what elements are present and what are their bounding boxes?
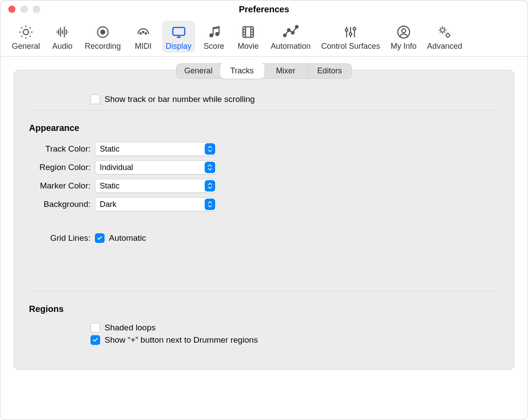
svg-point-4	[143, 32, 144, 33]
content-panel: General Tracks Mixer Editors Show track …	[14, 70, 514, 370]
updown-icon	[205, 143, 215, 155]
regions-heading: Regions	[29, 304, 499, 314]
svg-point-14	[291, 32, 294, 34]
toolbar-audio[interactable]: Audio	[47, 21, 78, 53]
background-value: Dark	[100, 200, 116, 209]
toolbar-control-surfaces[interactable]: Control Surfaces	[318, 21, 383, 53]
svg-rect-6	[173, 28, 184, 36]
toolbar-label: Display	[166, 42, 192, 51]
waveform-icon	[53, 23, 72, 41]
svg-point-21	[441, 28, 445, 32]
titlebar: Preferences	[0, 0, 528, 18]
divider	[29, 110, 499, 111]
track-color-label: Track Color:	[29, 144, 90, 154]
toolbar-automation[interactable]: Automation	[267, 21, 314, 53]
svg-point-17	[349, 33, 352, 36]
svg-point-13	[287, 29, 290, 32]
toolbar-label: My Info	[391, 42, 416, 51]
sliders-icon	[341, 23, 360, 41]
gears-icon	[435, 23, 454, 41]
svg-point-22	[446, 34, 450, 37]
svg-point-18	[353, 28, 356, 30]
show-track-number-label: Show track or bar number while scrolling	[105, 94, 255, 104]
region-color-select[interactable]: Individual	[95, 160, 217, 174]
track-color-value: Static	[100, 145, 119, 154]
drummer-plus-row: Show “+” button next to Drummer regions	[90, 335, 499, 345]
grid-lines-row: Grid Lines: Automatic	[29, 233, 499, 243]
marker-color-row: Marker Color: Static	[29, 179, 499, 193]
appearance-heading: Appearance	[29, 123, 499, 133]
svg-point-3	[140, 33, 141, 34]
updown-icon	[205, 180, 215, 192]
toolbar-general[interactable]: General	[8, 21, 43, 53]
marker-color-label: Marker Color:	[29, 181, 90, 191]
film-icon	[239, 23, 258, 41]
toolbar-label: Control Surfaces	[321, 42, 380, 51]
svg-point-0	[23, 29, 29, 35]
toolbar-label: Recording	[85, 42, 121, 51]
midi-icon	[134, 23, 153, 41]
toolbar-advanced[interactable]: Advanced	[423, 21, 466, 53]
toolbar-label: Audio	[52, 42, 72, 51]
grid-lines-value: Automatic	[109, 233, 146, 243]
toolbar-my-info[interactable]: My Info	[387, 21, 420, 53]
grid-lines-label: Grid Lines:	[29, 233, 90, 243]
track-color-select[interactable]: Static	[95, 142, 217, 156]
grid-lines-checkbox[interactable]	[95, 233, 105, 243]
toolbar-display[interactable]: Display	[162, 21, 195, 53]
toolbar-midi[interactable]: MIDI	[128, 21, 159, 53]
show-track-number-checkbox-row: Show track or bar number while scrolling	[90, 94, 499, 104]
updown-icon	[205, 199, 215, 210]
marker-color-value: Static	[100, 181, 119, 191]
toolbar-label: Automation	[271, 42, 311, 51]
toolbar-label: Score	[204, 42, 224, 51]
divider	[29, 291, 499, 292]
region-color-label: Region Color:	[29, 163, 90, 172]
display-icon	[169, 23, 188, 41]
shaded-loops-checkbox[interactable]	[90, 323, 100, 333]
toolbar-label: Movie	[238, 42, 259, 51]
updown-icon	[205, 162, 215, 173]
subtab-editors[interactable]: Editors	[308, 64, 351, 78]
person-icon	[394, 23, 413, 41]
svg-point-16	[345, 29, 348, 32]
marker-color-select[interactable]: Static	[95, 179, 217, 193]
toolbar-movie[interactable]: Movie	[233, 21, 264, 53]
toolbar-label: MIDI	[135, 42, 152, 51]
shaded-loops-row: Shaded loops	[90, 323, 499, 333]
region-color-value: Individual	[100, 163, 133, 172]
background-select[interactable]: Dark	[95, 197, 217, 211]
window-title: Preferences	[0, 4, 528, 14]
record-icon	[93, 23, 112, 41]
subtab-general[interactable]: General	[177, 64, 221, 78]
gear-icon	[16, 23, 36, 41]
track-color-row: Track Color: Static	[29, 142, 499, 156]
subtab-tracks[interactable]: Tracks	[220, 63, 264, 79]
svg-point-12	[283, 34, 286, 37]
region-color-row: Region Color: Individual	[29, 160, 499, 174]
shaded-loops-label: Shaded loops	[105, 323, 156, 333]
show-track-number-checkbox[interactable]	[90, 94, 100, 104]
svg-point-20	[401, 29, 405, 33]
drummer-plus-label: Show “+” button next to Drummer regions	[105, 335, 258, 345]
music-note-icon	[204, 23, 224, 41]
toolbar-label: Advanced	[427, 42, 462, 51]
background-label: Background:	[29, 199, 90, 209]
subtab-segmented-control: General Tracks Mixer Editors	[176, 63, 352, 79]
background-row: Background: Dark	[29, 197, 499, 211]
toolbar-recording[interactable]: Recording	[81, 21, 124, 53]
preferences-toolbar: General Audio Recording MIDI Display Sco…	[0, 18, 528, 57]
automation-icon	[281, 23, 300, 41]
toolbar-score[interactable]: Score	[199, 21, 229, 53]
subtab-mixer[interactable]: Mixer	[264, 64, 308, 78]
svg-point-15	[295, 25, 298, 28]
svg-point-2	[101, 30, 105, 34]
toolbar-label: General	[12, 42, 40, 51]
drummer-plus-checkbox[interactable]	[90, 335, 100, 345]
svg-point-5	[145, 33, 147, 34]
